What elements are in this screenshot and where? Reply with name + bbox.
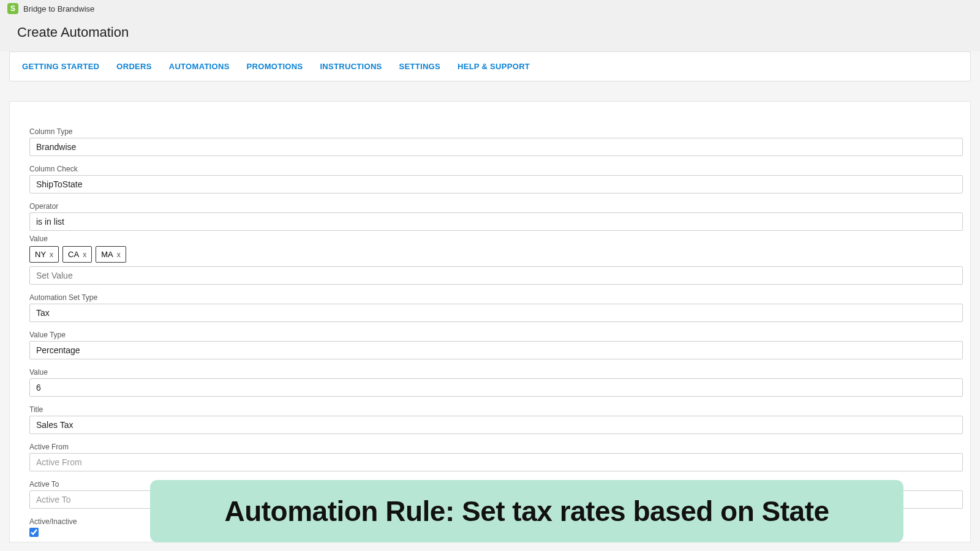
tag-ny: NY x [29,246,59,263]
nav-getting-started[interactable]: GETTING STARTED [22,52,99,81]
tag-label: MA [101,250,113,259]
title-input[interactable] [29,416,963,434]
tag-ca: CA x [62,246,92,263]
title-label: Title [29,405,963,414]
nav-orders[interactable]: ORDERS [116,52,151,81]
value-tags-field[interactable]: NY x CA x MA x [29,245,963,285]
nav-instructions[interactable]: INSTRUCTIONS [320,52,382,81]
nav-settings[interactable]: SETTINGS [399,52,440,81]
tag-ma: MA x [96,246,126,263]
value-num-label: Value [29,368,963,377]
tag-label: NY [35,250,46,259]
tag-remove-icon[interactable]: x [83,250,86,259]
automation-set-type-input[interactable] [29,304,963,322]
tag-remove-icon[interactable]: x [117,250,121,259]
value-type-label: Value Type [29,331,963,339]
value-num-input[interactable] [29,378,963,397]
overlay-banner: Automation Rule: Set tax rates based on … [150,480,903,542]
active-toggle-checkbox[interactable] [29,528,39,537]
column-check-input[interactable] [29,175,963,193]
active-from-label: Active From [29,443,963,451]
app-logo-icon: S [7,3,18,14]
top-bar: S Bridge to Brandwise [0,0,980,17]
nav-automations[interactable]: AUTOMATIONS [169,52,230,81]
app-name: Bridge to Brandwise [23,4,94,13]
value-type-input[interactable] [29,341,963,359]
column-type-input[interactable] [29,138,963,156]
column-type-label: Column Type [29,127,963,136]
nav-help-support[interactable]: HELP & SUPPORT [458,52,530,81]
nav-promotions[interactable]: PROMOTIONS [247,52,303,81]
operator-input[interactable] [29,212,963,231]
tag-remove-icon[interactable]: x [50,250,53,259]
operator-label: Operator [29,202,963,211]
page-title: Create Automation [0,17,980,51]
active-from-input[interactable] [29,453,963,471]
automation-set-type-label: Automation Set Type [29,293,963,302]
set-value-input[interactable] [29,266,963,285]
tag-label: CA [68,250,79,259]
column-check-label: Column Check [29,165,963,173]
value-tags-label: Value [29,234,963,243]
automation-form: Column Type Column Check Operator Value … [9,101,971,542]
main-nav: GETTING STARTED ORDERS AUTOMATIONS PROMO… [9,51,971,81]
